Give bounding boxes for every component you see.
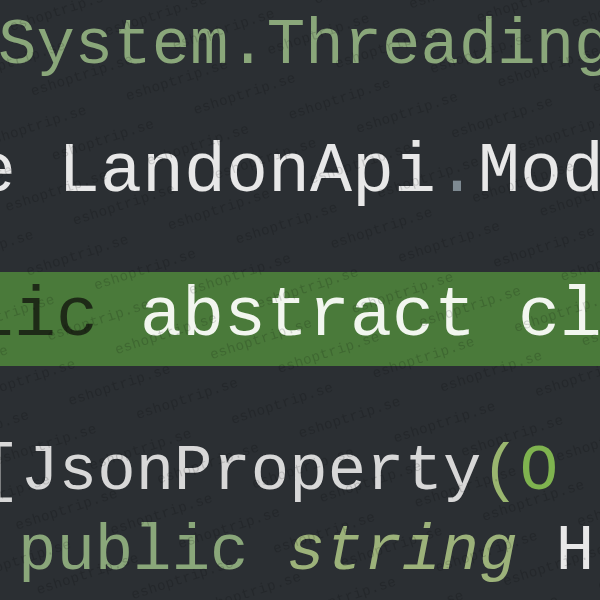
keyword-fragment: abstract cla bbox=[140, 277, 600, 356]
dot: . bbox=[436, 133, 478, 212]
code-line-highlighted: blic abstract cla bbox=[0, 272, 600, 366]
namespace-fragment: ace bbox=[0, 133, 58, 212]
namespace-fragment: Mod bbox=[478, 133, 600, 212]
code-line-using: System.Threading. bbox=[0, 14, 598, 78]
paren-open: ( bbox=[481, 436, 519, 508]
attribute-name: JsonProperty bbox=[20, 436, 481, 508]
dot: . bbox=[228, 10, 266, 82]
bracket-open: [ bbox=[0, 436, 20, 508]
type-string: string bbox=[287, 516, 517, 588]
keyword-public: public bbox=[18, 516, 287, 588]
keyword-fragment: blic bbox=[0, 277, 140, 356]
code-snippet: System.Threading. ace LandonApi.Mod blic… bbox=[0, 0, 600, 600]
identifier-fragment: H bbox=[517, 516, 594, 588]
using-namespace-part: Threading bbox=[267, 10, 600, 82]
namespace-name: LandonApi bbox=[58, 133, 436, 212]
code-line-property: public string H bbox=[18, 520, 600, 584]
code-line-attribute: [JsonProperty(O bbox=[0, 440, 582, 504]
code-line-namespace: ace LandonApi.Mod bbox=[0, 138, 490, 208]
using-namespace-part: System bbox=[0, 10, 228, 82]
attribute-arg-fragment: O bbox=[520, 436, 558, 508]
